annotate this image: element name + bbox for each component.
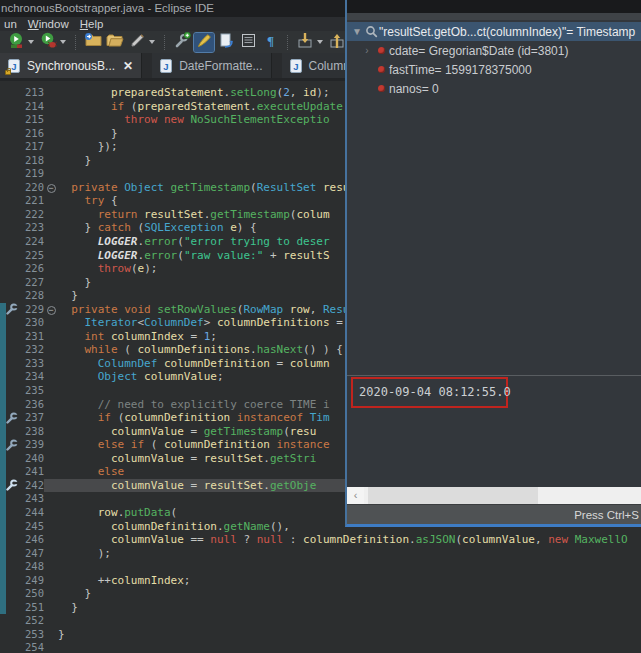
dropdown-caret-icon[interactable]	[149, 40, 155, 44]
console-button[interactable]	[238, 33, 258, 52]
java-file-icon: J	[290, 59, 303, 73]
chevron-right-icon[interactable]: ›	[361, 45, 373, 56]
gutter-icon-slot	[6, 113, 19, 127]
fold-slot	[44, 262, 58, 276]
fold-slot	[44, 289, 58, 303]
dropdown-caret-icon[interactable]	[60, 40, 66, 44]
line-number: 249	[19, 574, 44, 588]
line-number: 254	[19, 641, 44, 653]
dropdown-caret-icon[interactable]	[317, 40, 323, 44]
export-archive-button[interactable]	[327, 33, 347, 52]
java-file-icon: J	[8, 59, 21, 73]
run-coverage-icon	[8, 32, 25, 53]
menu-item-un[interactable]: un	[2, 17, 26, 31]
popup-status-hint: Press Ctrl+S	[347, 504, 641, 524]
field-dot-icon	[373, 66, 389, 73]
folder-import-icon	[84, 32, 102, 52]
line-number: 225	[19, 249, 44, 263]
line-number: 252	[19, 614, 44, 628]
breakpoint-icon[interactable]	[6, 438, 19, 452]
menu-item-window[interactable]: Window	[26, 17, 78, 31]
gutter-icon-slot	[6, 370, 19, 384]
new-wizard-button[interactable]	[172, 33, 192, 52]
gutter-icon-slot	[6, 86, 19, 100]
gutter-icon-slot	[6, 601, 19, 615]
code-line[interactable]: 248	[0, 560, 641, 574]
run-coverage-button[interactable]	[6, 33, 26, 52]
gutter-icon-slot	[6, 167, 19, 181]
line-number: 237	[19, 411, 44, 425]
gutter-icon-slot	[6, 641, 19, 653]
link-doc-icon	[218, 32, 235, 53]
line-number: 213	[19, 86, 44, 100]
variable-row[interactable]: ›cdate= Gregorian$Date (id=3801)	[347, 41, 641, 60]
code-text: }	[58, 587, 641, 601]
link-editor-button[interactable]	[216, 33, 236, 52]
import-wizard-button[interactable]	[83, 33, 103, 52]
edit-pencil-button[interactable]	[127, 33, 147, 52]
fold-slot	[44, 127, 58, 141]
fold-marker-icon[interactable]: −	[44, 181, 58, 195]
dropdown-caret-icon[interactable]	[28, 40, 34, 44]
code-line[interactable]: 252	[0, 614, 641, 628]
gutter-icon-slot	[6, 154, 19, 168]
horizontal-scrollbar[interactable]: ‹	[347, 487, 641, 504]
instruction-pointer-icon[interactable]	[6, 479, 19, 493]
code-line[interactable]: 254	[0, 641, 641, 653]
run-button[interactable]	[38, 33, 58, 52]
folder-icon	[106, 32, 124, 52]
code-line[interactable]: 249 ++columnIndex;	[0, 574, 641, 588]
gutter-icon-slot	[6, 384, 19, 398]
arrow-down-box-icon	[296, 32, 314, 53]
mark-occurrences-toggle[interactable]	[194, 33, 214, 52]
code-line[interactable]: 247 );	[0, 547, 641, 561]
close-icon[interactable]: ✕	[123, 59, 133, 73]
detail-pane: 2020-09-04 08:12:55.0	[347, 376, 641, 487]
code-line[interactable]: 250 }	[0, 587, 641, 601]
code-line[interactable]: 251 }	[0, 601, 641, 615]
fold-slot	[44, 438, 58, 452]
variable-row[interactable]: fastTime= 1599178375000	[347, 60, 641, 79]
svg-text:J: J	[11, 60, 16, 71]
fold-marker-icon[interactable]: −	[44, 303, 58, 317]
fold-slot	[44, 465, 58, 479]
field-dot-icon	[373, 85, 389, 92]
fold-slot	[44, 560, 58, 574]
toolbar-separator	[75, 35, 76, 50]
popup-sash[interactable]	[347, 13, 641, 20]
detail-value: 2020-09-04 08:12:55.0	[359, 385, 511, 399]
fold-slot	[44, 167, 58, 181]
brush-icon	[196, 32, 213, 53]
gutter-icon-slot	[6, 330, 19, 344]
chevron-down-icon[interactable]: ▼	[351, 26, 363, 37]
line-number: 236	[19, 398, 44, 412]
field-dot-icon	[373, 47, 389, 54]
line-number: 240	[19, 452, 44, 466]
fold-slot	[44, 316, 58, 330]
menu-item-help[interactable]: Help	[78, 17, 113, 31]
code-line[interactable]: 246 columnValue == null ? null : columnD…	[0, 533, 641, 547]
breakpoint-icon[interactable]	[6, 411, 19, 425]
show-whitespace-toggle[interactable]: ¶	[260, 33, 280, 52]
fold-slot	[44, 520, 58, 534]
variable-row[interactable]: nanos= 0	[347, 79, 641, 98]
fold-slot	[44, 479, 58, 493]
gutter-icon-slot	[6, 533, 19, 547]
scrollbar-thumb[interactable]	[368, 487, 538, 504]
open-folder-button[interactable]	[105, 33, 125, 52]
tab-synchronousb[interactable]: JSynchronousB...✕	[0, 53, 142, 78]
code-line[interactable]: 253}	[0, 628, 641, 642]
tab-dateformatte[interactable]: JDateFormatte...	[152, 53, 271, 78]
import-archive-button[interactable]	[295, 33, 315, 52]
fold-slot	[44, 276, 58, 290]
gutter-icon-slot	[6, 452, 19, 466]
breakpoint-icon[interactable]	[6, 303, 19, 317]
scroll-left-arrow-icon[interactable]: ‹	[347, 487, 364, 504]
variable-row[interactable]: ▼"resultSet.getOb...ct(columnIndex)"= Ti…	[347, 22, 641, 41]
wrench-new-icon	[174, 32, 191, 53]
gutter-icon-slot	[6, 343, 19, 357]
fold-slot	[44, 614, 58, 628]
fold-slot	[44, 154, 58, 168]
code-text: );	[58, 547, 641, 561]
line-number: 218	[19, 154, 44, 168]
